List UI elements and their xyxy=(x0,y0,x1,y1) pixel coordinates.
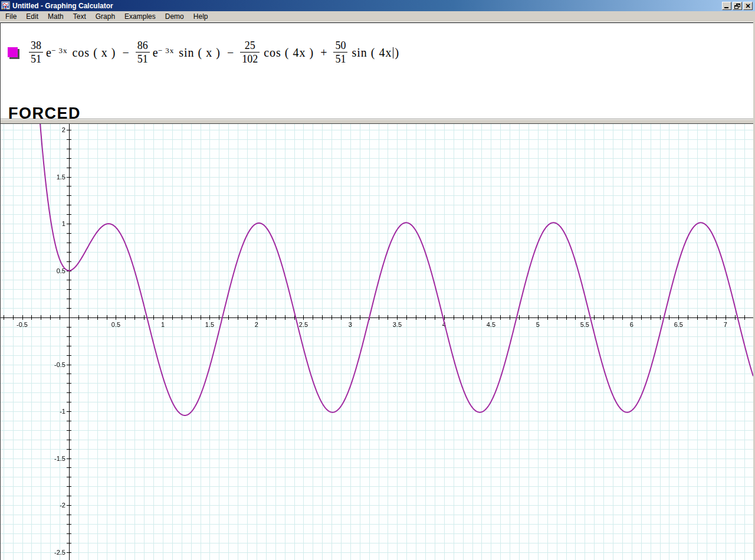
menu-graph[interactable]: Graph xyxy=(91,11,120,22)
equation-text: cos ( 4x ) xyxy=(264,46,314,60)
pane-splitter[interactable] xyxy=(1,119,753,124)
equation-expression[interactable]: 3851e− 3xcos ( x )−8651e− 3xsin ( x )−25… xyxy=(28,34,401,71)
app-icon xyxy=(1,1,11,10)
menu-edit[interactable]: Edit xyxy=(21,11,43,22)
window-body: 3851e− 3xcos ( x )−8651e− 3xsin ( x )−25… xyxy=(1,22,753,560)
equation-panel[interactable]: 3851e− 3xcos ( x )−8651e− 3xsin ( x )−25… xyxy=(1,22,753,119)
curve-color-swatch[interactable] xyxy=(8,47,18,57)
close-button[interactable]: ✕ xyxy=(743,2,753,10)
operator: − xyxy=(122,46,129,60)
minimize-icon xyxy=(724,7,728,8)
exp-term: e− 3x xyxy=(153,46,174,60)
annotation-forced[interactable]: FORCED xyxy=(8,104,81,119)
operator: − xyxy=(227,46,234,60)
equation-text: sin ( 4x xyxy=(352,46,392,60)
menubar: File Edit Math Text Graph Examples Demo … xyxy=(0,11,755,22)
close-icon: ✕ xyxy=(744,2,752,9)
app-window: Untitled - Graphing Calculator ✕ File Ed… xyxy=(0,0,755,560)
equation-text: sin ( x ) xyxy=(179,46,221,60)
menu-demo[interactable]: Demo xyxy=(160,11,189,22)
fraction: 3851 xyxy=(29,40,43,65)
graph-canvas[interactable] xyxy=(1,124,753,560)
titlebar[interactable]: Untitled - Graphing Calculator ✕ xyxy=(0,0,755,11)
window-title: Untitled - Graphing Calculator xyxy=(12,2,113,10)
menu-file[interactable]: File xyxy=(1,11,21,22)
operator: + xyxy=(320,46,327,60)
fraction: 25102 xyxy=(240,40,260,65)
fraction: 8651 xyxy=(136,40,150,65)
window-controls: ✕ xyxy=(722,2,754,10)
minimize-button[interactable] xyxy=(722,2,731,10)
menu-examples[interactable]: Examples xyxy=(120,11,160,22)
text-caret xyxy=(393,47,393,58)
fraction: 5051 xyxy=(333,40,347,65)
menu-help[interactable]: Help xyxy=(189,11,213,22)
equation-text: ) xyxy=(395,46,399,60)
equation-text: cos ( x ) xyxy=(72,46,116,60)
restore-button[interactable] xyxy=(733,2,742,10)
graph-pane xyxy=(1,124,753,560)
exp-term: e− 3x xyxy=(46,46,67,60)
menu-text[interactable]: Text xyxy=(68,11,91,22)
menu-math[interactable]: Math xyxy=(43,11,68,22)
